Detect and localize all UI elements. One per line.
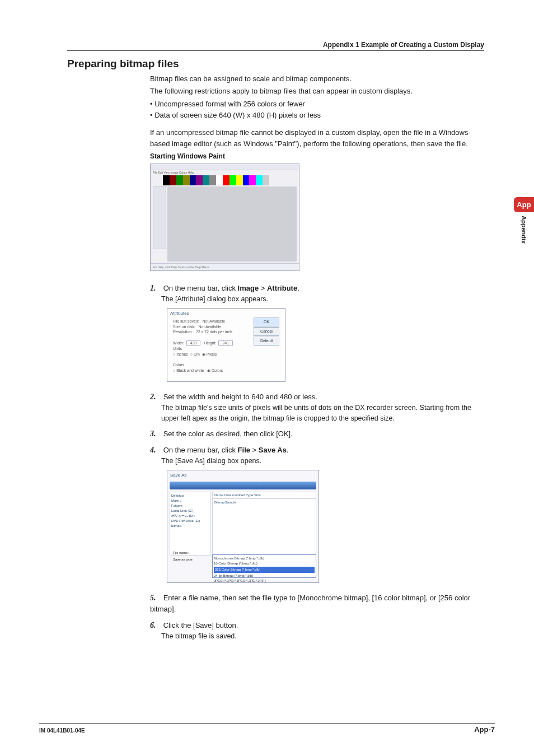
step-2-text: Set the width and height to 640 and 480 … bbox=[163, 393, 317, 401]
saveas-type-3: 24-bit Bitmap (*.bmp;*.dib) bbox=[214, 573, 315, 578]
screenshot-paint: File Edit View Image Colors Help For Hel… bbox=[150, 164, 299, 271]
content-area: Appendix 1 Example of Creating a Custom … bbox=[67, 50, 484, 711]
saveas-cols: Name Date modified Type Size bbox=[213, 492, 316, 499]
step-6: 6. Click the [Save] button. The bitmap f… bbox=[150, 619, 484, 642]
attrib-color-bw: Black and white bbox=[176, 368, 204, 372]
tab-badge: App bbox=[514, 197, 534, 212]
attrib-fls-lbl: File last saved: bbox=[173, 319, 199, 323]
saveas-type-dropdown: Monochrome Bitmap (*.bmp;*.dib) 16 Color… bbox=[212, 554, 316, 578]
saveas-side-3: Local Disk (C:) bbox=[171, 508, 209, 514]
saveas-side-6: bitmap bbox=[171, 524, 209, 529]
footer-rule bbox=[39, 723, 495, 724]
saveas-toolbar bbox=[170, 482, 316, 489]
step-2-followup: The bitmap file's size units of pixels w… bbox=[161, 403, 484, 424]
paint-palette bbox=[163, 175, 269, 185]
restriction-2: Data of screen size 640 (W) x 480 (H) pi… bbox=[150, 110, 484, 121]
attrib-units-lbl: Units bbox=[173, 347, 182, 351]
footer-doc-id: IM 04L41B01-04E bbox=[39, 727, 85, 734]
saveas-filelist: Name Date modified Type Size BitmapSampl… bbox=[212, 492, 316, 556]
running-header: Appendix 1 Example of Creating a Custom … bbox=[323, 41, 484, 49]
screenshot-saveas-dialog: Save As Desktop More » Folders Local Dis… bbox=[167, 470, 319, 583]
attrib-default-btn: Default bbox=[254, 337, 279, 346]
step-4-text-a: On the menu bar, click bbox=[163, 446, 238, 454]
attrib-cancel-btn: Cancel bbox=[254, 327, 279, 336]
paint-titlebar bbox=[151, 164, 299, 170]
step-2-number: 2. bbox=[150, 391, 161, 403]
step-4: 4. On the menu bar, click File > Save As… bbox=[150, 444, 484, 466]
attrib-unit-px: Pixels bbox=[207, 352, 217, 356]
tab-label: Appendix bbox=[521, 216, 527, 244]
attrib-res-lbl: Resolution: bbox=[173, 330, 193, 334]
attrib-colors-lbl: Colors bbox=[173, 363, 184, 367]
paint-toolbox bbox=[153, 186, 166, 249]
paint-caption: Starting Windows Paint bbox=[150, 151, 484, 161]
saveas-type-4: JPEG (*.JPG;*.JPEG;*.JPE;*.JFIF) bbox=[214, 578, 315, 584]
saveas-side-0: Desktop bbox=[171, 493, 209, 498]
saveas-side-5: DVD RW Drive (E:) bbox=[171, 519, 209, 524]
step-6-followup: The bitmap file is saved. bbox=[161, 631, 484, 642]
intro-line-2: The following restrictions apply to bitm… bbox=[150, 86, 484, 97]
step-1-text: On the menu bar, click Image > Attribute… bbox=[163, 284, 299, 292]
step-4-text-b: File bbox=[238, 446, 250, 454]
attrib-sod-val: Not Available bbox=[199, 325, 222, 329]
step-1-followup: The [Attribute] dialog box appears. bbox=[161, 294, 484, 305]
saveas-type-0: Monochrome Bitmap (*.bmp;*.dib) bbox=[214, 556, 315, 561]
saveas-item: BitmapSample bbox=[213, 499, 316, 506]
step-1-text-b: Image bbox=[238, 284, 259, 292]
step-3-number: 3. bbox=[150, 428, 161, 440]
attrib-res-val: 72 x 72 dots per inch bbox=[196, 330, 232, 334]
step-5-text: Enter a file name, then set the file typ… bbox=[150, 594, 470, 613]
step-2: 2. Set the width and height to 640 and 4… bbox=[150, 391, 484, 424]
step-3-text: Set the color as desired, then click [OK… bbox=[163, 430, 293, 438]
attrib-unit-in: Inches bbox=[176, 352, 188, 356]
intro-line-1: Bitmap files can be assigned to scale an… bbox=[150, 73, 484, 85]
attrib-h-val: 241 bbox=[218, 340, 233, 346]
step-1-number: 1. bbox=[150, 282, 161, 294]
saveas-savetype-lbl: Save as type: bbox=[173, 557, 193, 562]
step-4-text: On the menu bar, click File > Save As. bbox=[163, 446, 289, 454]
attrib-sod-lbl: Size on disk: bbox=[173, 325, 195, 329]
intro-line-3: If an uncompressed bitmap file cannot be… bbox=[150, 127, 484, 149]
section-heading: Preparing bitmap files bbox=[67, 58, 484, 70]
step-4-number: 4. bbox=[150, 444, 161, 456]
footer-page-number: App-7 bbox=[474, 725, 495, 734]
attrib-color-color: Colors bbox=[212, 368, 223, 372]
chapter-thumb-tab: App Appendix bbox=[514, 197, 534, 244]
attrib-fls-val: Not Available bbox=[203, 319, 226, 323]
step-1-text-d: Attribute bbox=[267, 284, 297, 292]
saveas-title: Save As bbox=[167, 470, 318, 480]
restriction-1: Uncompressed format with 256 colors or f… bbox=[150, 99, 484, 110]
saveas-side-1: More » bbox=[171, 498, 209, 503]
saveas-type-1: 16 Color Bitmap (*.bmp;*.dib) bbox=[214, 561, 315, 566]
saveas-type-2: 256 Color Bitmap (*.bmp;*.dib) bbox=[214, 567, 315, 573]
attrib-ok-btn: OK bbox=[254, 318, 279, 326]
step-4-text-d: Save As bbox=[259, 446, 287, 454]
screenshot-attributes-dialog: Attributes File last saved: Not Availabl… bbox=[167, 308, 285, 382]
attrib-unit-cm: Cm bbox=[194, 352, 200, 356]
step-1-text-c: > bbox=[259, 284, 267, 292]
saveas-sidebar: Desktop More » Folders Local Disk (C:) ボ… bbox=[170, 492, 211, 556]
attrib-w-lbl: Width: bbox=[173, 341, 184, 345]
paint-canvas bbox=[167, 186, 297, 262]
step-1-text-a: On the menu bar, click bbox=[163, 284, 238, 292]
step-4-followup: The [Save As] dialog box opens. bbox=[161, 456, 484, 466]
step-4-text-e: . bbox=[287, 446, 289, 454]
attrib-h-lbl: Height: bbox=[204, 341, 216, 345]
step-5: 5. Enter a file name, then set the file … bbox=[150, 592, 484, 615]
step-6-text: Click the [Save] button. bbox=[163, 621, 238, 629]
attrib-w-val: 439 bbox=[186, 340, 201, 346]
step-1: 1. On the menu bar, click Image > Attrib… bbox=[150, 282, 484, 305]
step-4-text-c: > bbox=[250, 446, 259, 454]
saveas-side-4: ボリューム (D:) bbox=[171, 514, 209, 519]
saveas-filename-lbl: File name: bbox=[173, 550, 189, 556]
body-column: Bitmap files can be assigned to scale an… bbox=[150, 73, 484, 641]
step-3: 3. Set the color as desired, then click … bbox=[150, 428, 484, 440]
step-6-number: 6. bbox=[150, 619, 161, 631]
saveas-side-2: Folders bbox=[171, 503, 209, 508]
step-1-text-e: . bbox=[297, 284, 299, 292]
paint-statusbar: For Help, click Help Topics on the Help … bbox=[151, 263, 299, 270]
step-5-number: 5. bbox=[150, 592, 161, 604]
